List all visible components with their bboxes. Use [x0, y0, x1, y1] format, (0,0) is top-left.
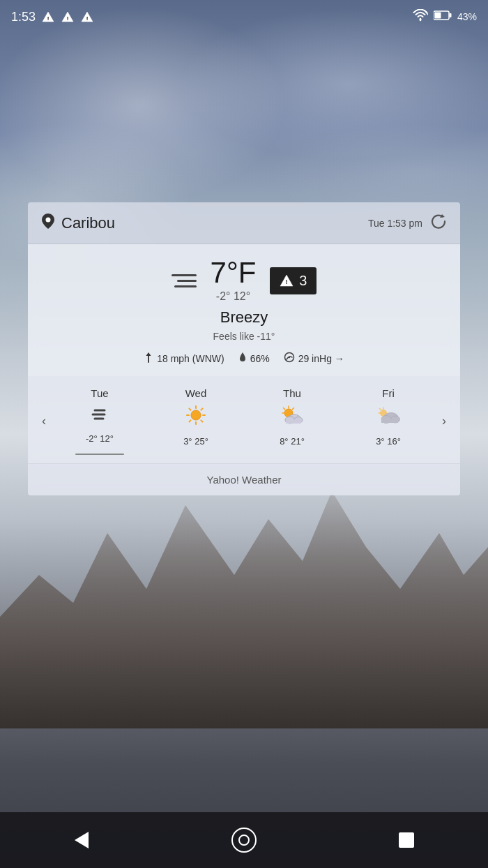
alert-icon-2: ! — [61, 10, 75, 24]
temp-row: 7°F -2° 12° ! 3 — [45, 258, 443, 303]
temperature-block: 7°F -2° 12° — [211, 258, 257, 303]
humidity-detail: 66% — [238, 352, 270, 365]
svg-line-30 — [190, 420, 191, 421]
yahoo-footer: Yahoo! Weather — [28, 463, 460, 495]
recents-icon — [399, 832, 414, 848]
forecast-row: ‹ Tue -2° 12° — [33, 387, 455, 455]
svg-point-11 — [46, 218, 51, 223]
day-icon-fri — [376, 405, 400, 431]
temp-range: -2° 12° — [211, 290, 257, 303]
weather-details: 18 mph (WNW) 66% 29 inHg → — [45, 352, 443, 365]
forecast-day-thu: Thu — [264, 387, 320, 455]
svg-text:!: ! — [47, 15, 49, 22]
day-temps-tue: -2° 12° — [86, 433, 114, 444]
day-icon-thu — [280, 405, 304, 431]
condition-text: Breezy — [45, 308, 443, 327]
svg-rect-10 — [434, 13, 441, 19]
svg-rect-47 — [381, 419, 398, 423]
back-icon — [75, 832, 89, 848]
svg-line-35 — [292, 408, 293, 410]
datetime-refresh: Tue 1:53 pm — [368, 214, 446, 232]
svg-line-29 — [201, 409, 202, 410]
svg-rect-39 — [286, 419, 301, 424]
alert-icon-3: ! — [80, 10, 94, 24]
status-time: 1:53 — [11, 10, 36, 24]
next-arrow[interactable]: › — [436, 408, 452, 434]
day-name-wed: Wed — [185, 387, 207, 399]
alert-count: 3 — [299, 273, 307, 289]
weather-widget[interactable]: Caribou Tue 1:53 pm 7°F -2° 12° — [28, 202, 460, 495]
svg-point-18 — [288, 357, 289, 358]
svg-line-27 — [190, 409, 191, 410]
wind-speed: 18 mph (WNW) — [157, 353, 224, 364]
svg-rect-9 — [449, 13, 451, 17]
status-right: 43% — [413, 9, 477, 24]
svg-line-34 — [284, 408, 285, 410]
svg-text:!: ! — [286, 278, 288, 285]
gauge-icon — [284, 352, 295, 365]
svg-point-22 — [191, 410, 201, 420]
provider-text: Yahoo! Weather — [206, 474, 281, 486]
weather-main: 7°F -2° 12° ! 3 Breezy Feels like -11° 1… — [28, 244, 460, 376]
day-temps-thu: 8° 21° — [280, 436, 305, 447]
day-name-thu: Thu — [283, 387, 301, 399]
location-area: Caribou — [42, 214, 115, 232]
svg-marker-16 — [146, 352, 151, 356]
current-temperature: 7°F — [211, 258, 257, 287]
pressure-detail: 29 inHg → — [284, 352, 344, 365]
day-temps-wed: 3° 25° — [183, 436, 208, 447]
nav-bar — [0, 812, 488, 868]
active-underline — [75, 454, 124, 455]
widget-header: Caribou Tue 1:53 pm — [28, 202, 460, 244]
status-bar: 1:53 ! ! ! 43 — [0, 0, 488, 33]
svg-line-43 — [380, 409, 381, 410]
refresh-icon[interactable] — [431, 214, 446, 232]
wifi-icon — [413, 9, 428, 24]
home-button[interactable] — [227, 823, 261, 858]
datetime-text: Tue 1:53 pm — [368, 218, 422, 229]
back-button[interactable] — [64, 823, 99, 858]
drop-icon — [238, 352, 247, 365]
wind-detail: 18 mph (WNW) — [144, 352, 224, 365]
alert-icon-1: ! — [41, 10, 55, 24]
day-icon-tue — [89, 405, 110, 428]
humidity-value: 66% — [250, 353, 270, 364]
day-name-fri: Fri — [382, 387, 395, 399]
wind-detail-icon — [144, 352, 153, 365]
home-icon — [231, 828, 257, 853]
wind-condition-icon — [171, 274, 197, 287]
day-temps-fri: 3° 16° — [376, 436, 401, 447]
day-name-tue: Tue — [91, 387, 108, 399]
day-icon-wed — [185, 405, 206, 431]
location-pin-icon — [42, 214, 54, 232]
battery-percent: 43% — [457, 11, 477, 22]
forecast-day-wed: Wed 3° — [168, 387, 224, 455]
battery-icon — [434, 10, 452, 23]
svg-text:!: ! — [86, 15, 89, 22]
svg-point-6 — [419, 19, 421, 21]
forecast-section: ‹ Tue -2° 12° — [28, 376, 460, 463]
svg-text:!: ! — [67, 15, 69, 22]
recents-button[interactable] — [389, 823, 424, 858]
forecast-day-tue: Tue -2° 12° — [72, 387, 128, 455]
forecast-days: Tue -2° 12° Wed — [52, 387, 436, 455]
status-left: 1:53 ! ! ! — [11, 10, 94, 24]
alert-badge[interactable]: ! 3 — [270, 267, 317, 294]
svg-line-28 — [201, 420, 202, 421]
forecast-day-fri: Fri — [360, 387, 416, 455]
pressure-value: 29 inHg → — [298, 353, 344, 364]
prev-arrow[interactable]: ‹ — [36, 408, 52, 434]
feels-like: Feels like -11° — [45, 331, 443, 342]
location-name: Caribou — [61, 214, 115, 232]
